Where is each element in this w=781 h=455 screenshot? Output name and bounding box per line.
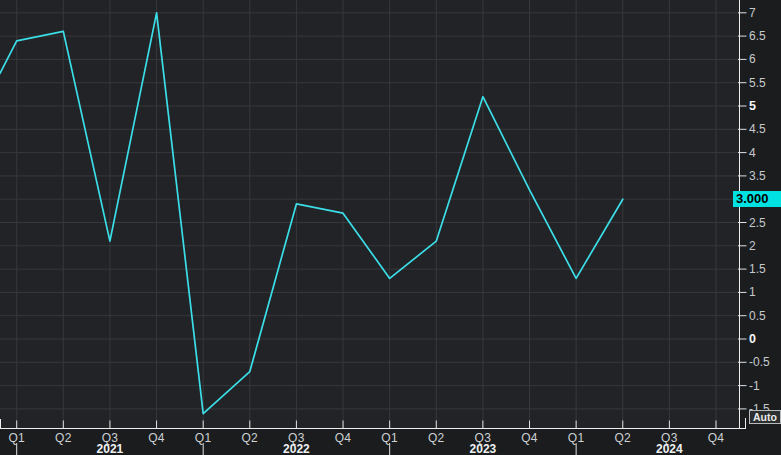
y-axis-label: 3.5: [749, 169, 781, 183]
y-axis-label: -0.5: [749, 355, 781, 369]
y-axis-label: 5.5: [749, 76, 781, 90]
x-axis-year-label: 2022: [274, 443, 318, 455]
y-axis-label: 2: [749, 239, 781, 253]
y-axis-label: 7: [749, 6, 781, 20]
x-axis-year-label: 2023: [461, 443, 505, 455]
y-axis-label: 6.5: [749, 29, 781, 43]
last-value-badge: 3.000: [733, 191, 781, 207]
y-axis-label: 1.5: [749, 262, 781, 276]
x-axis-label-q: Q1: [561, 432, 591, 445]
x-axis-label-q: Q1: [2, 432, 32, 445]
y-axis-label: -1: [749, 379, 781, 393]
x-axis-year-label: 2021: [88, 443, 132, 455]
x-axis-label-q: Q4: [328, 432, 358, 445]
y-axis-label: 4: [749, 146, 781, 160]
x-axis-label-q: Q2: [48, 432, 78, 445]
x-axis-label-q: Q2: [608, 432, 638, 445]
x-axis-year-label: 2024: [647, 443, 691, 455]
x-axis-label-q: Q4: [515, 432, 545, 445]
y-axis-label: 5: [749, 99, 781, 113]
auto-scale-button[interactable]: Auto: [749, 410, 781, 424]
tick-marks: [17, 13, 747, 455]
x-axis-label-q: Q1: [188, 432, 218, 445]
y-axis-label: 0: [749, 332, 781, 346]
x-axis-label-q: Q2: [235, 432, 265, 445]
y-axis-label: 6: [749, 52, 781, 66]
x-axis-label-q: Q4: [142, 432, 172, 445]
x-axis-label-q: Q1: [375, 432, 405, 445]
x-axis-label-q: Q2: [421, 432, 451, 445]
chart-window: Q1Q2Q3Q4Q1Q2Q3Q4Q1Q2Q3Q4Q1Q2Q3Q420212022…: [0, 0, 781, 455]
axis-frame: [0, 0, 746, 429]
gridlines: [0, 0, 739, 428]
y-axis-label: 1: [749, 285, 781, 299]
y-axis-label: 4.5: [749, 122, 781, 136]
x-axis-label-q: Q4: [701, 432, 731, 445]
chart-canvas[interactable]: [0, 0, 781, 455]
y-axis-label: 0.5: [749, 309, 781, 323]
y-axis-label: 2.5: [749, 216, 781, 230]
